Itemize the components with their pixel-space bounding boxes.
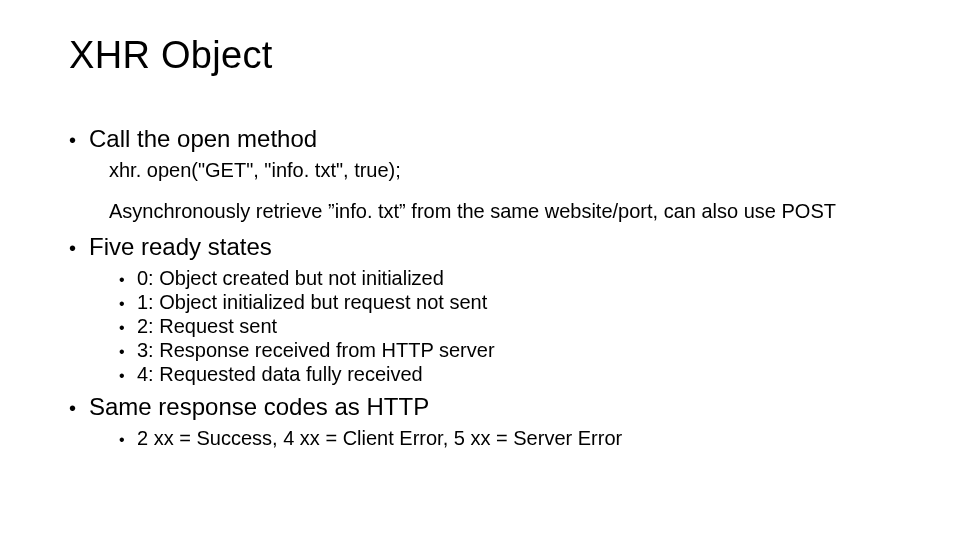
bullet-icon: • xyxy=(69,397,89,420)
bullet-icon: • xyxy=(119,319,137,337)
sub-bullet-item: • 0: Object created but not initialized xyxy=(119,267,891,290)
bullet-icon: • xyxy=(119,367,137,385)
bullet-item-ready-states: • Five ready states xyxy=(69,233,891,261)
sub-bullet-item: • 4: Requested data fully received xyxy=(119,363,891,386)
bullet-icon: • xyxy=(119,343,137,361)
bullet-icon: • xyxy=(119,431,137,449)
bullet-label: Same response codes as HTTP xyxy=(89,393,429,421)
bullet-item-open-method: • Call the open method xyxy=(69,125,891,153)
sub-bullet-label: 2 xx = Success, 4 xx = Client Error, 5 x… xyxy=(137,427,622,450)
sub-bullet-label: 3: Response received from HTTP server xyxy=(137,339,495,362)
sub-bullet-item: • 1: Object initialized but request not … xyxy=(119,291,891,314)
bullet-item-response-codes: • Same response codes as HTTP xyxy=(69,393,891,421)
sub-bullet-item: • 2 xx = Success, 4 xx = Client Error, 5… xyxy=(119,427,891,450)
sub-bullet-label: 1: Object initialized but request not se… xyxy=(137,291,487,314)
note-line: Asynchronously retrieve ”info. txt” from… xyxy=(109,200,891,223)
sub-bullet-item: • 2: Request sent xyxy=(119,315,891,338)
bullet-icon: • xyxy=(119,295,137,313)
bullet-icon: • xyxy=(69,129,89,152)
sub-bullet-label: 0: Object created but not initialized xyxy=(137,267,444,290)
sub-bullet-label: 2: Request sent xyxy=(137,315,277,338)
bullet-label: Call the open method xyxy=(89,125,317,153)
bullet-icon: • xyxy=(119,271,137,289)
sub-bullet-label: 4: Requested data fully received xyxy=(137,363,423,386)
code-line: xhr. open("GET", "info. txt", true); xyxy=(109,159,891,182)
slide-title: XHR Object xyxy=(69,34,891,77)
bullet-label: Five ready states xyxy=(89,233,272,261)
bullet-icon: • xyxy=(69,237,89,260)
sub-bullet-item: • 3: Response received from HTTP server xyxy=(119,339,891,362)
